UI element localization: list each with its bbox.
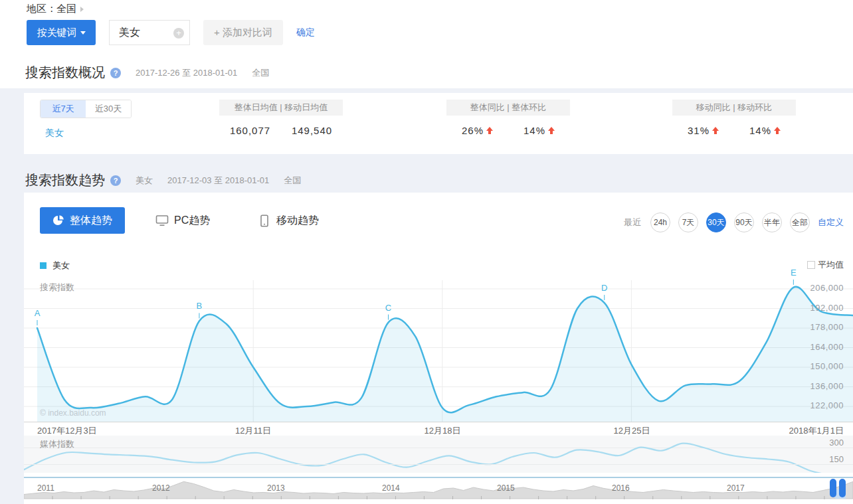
period-tabs: 近7天 近30天: [40, 100, 132, 118]
tab-mobile-trend[interactable]: 移动趋势: [258, 212, 319, 228]
overview-keyword[interactable]: 美女: [45, 127, 64, 139]
legend-swatch: [40, 262, 47, 269]
region-selector[interactable]: 地区：全国: [27, 3, 84, 15]
peak-label-c: C: [385, 303, 391, 313]
overview-region: 全国: [252, 67, 269, 79]
tab-mobile-trend-label: 移动趋势: [276, 214, 319, 228]
monitor-icon: [155, 214, 169, 226]
year-label: 2012: [152, 483, 170, 493]
overview-card: 近7天 近30天 美女 整体日均值 | 移动日均值 160,077 149,54…: [24, 93, 853, 154]
search-index-chart[interactable]: 搜索指数 206,000 192,000 178,000 164,000 150…: [24, 278, 853, 422]
legend-keyword: 美女: [52, 260, 70, 270]
average-label: 平均值: [818, 259, 844, 271]
region-label: 地区：全国: [27, 3, 76, 14]
y-tick: 164,000: [810, 342, 844, 352]
keyword-mode-label: 按关键词: [37, 27, 77, 38]
tab-overall-trend[interactable]: 整体趋势: [40, 207, 125, 234]
caret-down-icon: [80, 31, 86, 35]
line-chart: [24, 278, 853, 422]
legend-row: 美女 平均值: [40, 259, 844, 270]
add-compare-button[interactable]: + 添加对比词: [203, 20, 283, 45]
header: 地区：全国 按关键词 美女 + + 添加对比词 确定 搜索指数概况 ? 2017…: [0, 0, 853, 88]
y-tick: 150,000: [810, 361, 844, 371]
peak-label-e: E: [791, 268, 797, 278]
recent-label: 最近: [624, 216, 641, 228]
confirm-link[interactable]: 确定: [296, 27, 315, 39]
watermark: © index.baidu.com: [40, 408, 106, 418]
average-toggle[interactable]: 平均值: [807, 259, 844, 271]
chevron-right-icon: [80, 7, 84, 12]
range-all[interactable]: 全部: [790, 212, 810, 232]
up-arrow-icon: [774, 127, 781, 135]
media-axis-name: 媒体指数: [40, 438, 74, 450]
metric-value-yoy: 26%: [446, 125, 508, 136]
tab-pc-trend[interactable]: PC趋势: [155, 212, 210, 228]
metric-group-header: 整体同比 | 整体环比: [446, 100, 570, 116]
phone-icon: [258, 214, 271, 227]
peak-label-b: B: [197, 301, 203, 311]
range-30d[interactable]: 30天: [706, 212, 726, 232]
help-icon[interactable]: ?: [110, 175, 121, 186]
media-index-chart[interactable]: 媒体指数 300 150: [24, 436, 853, 473]
y-tick: 192,000: [810, 303, 844, 313]
range-24h[interactable]: 24h: [650, 212, 670, 232]
trend-date-range: 2017-12-03 至 2018-01-01: [167, 175, 269, 187]
range-90d[interactable]: 90天: [734, 212, 754, 232]
help-icon[interactable]: ?: [110, 68, 121, 78]
y-tick: 206,000: [810, 283, 844, 293]
overview-title-row: 搜索指数概况 ? 2017-12-26 至 2018-01-01 全国: [25, 64, 269, 82]
tab-pc-trend-label: PC趋势: [174, 214, 210, 228]
keyword-row: 按关键词 美女 + + 添加对比词 确定: [27, 20, 315, 45]
custom-range-link[interactable]: 自定义: [818, 216, 844, 228]
pie-chart-icon: [52, 214, 64, 226]
metric-group-mobile-change: 移动同比 | 移动环比 31% 14%: [672, 100, 796, 136]
y-axis-name: 搜索指数: [40, 282, 74, 294]
metric-value-mobile-yoy: 31%: [672, 125, 734, 136]
up-arrow-icon: [712, 127, 719, 135]
trend-region: 全国: [284, 175, 301, 187]
metric-group-header: 移动同比 | 移动环比: [672, 100, 796, 116]
metric-group-daily-average: 整体日均值 | 移动日均值 160,077 149,540: [219, 100, 343, 136]
year-label: 2016: [612, 483, 630, 493]
y-tick: 122,000: [810, 400, 844, 410]
trend-title-row: 搜索指数趋势 ? 美女 2017-12-03 至 2018-01-01 全国: [25, 171, 301, 189]
metric-group-overall-change: 整体同比 | 整体环比 26% 14%: [446, 100, 570, 136]
peak-label-a: A: [35, 308, 41, 318]
checkbox-icon[interactable]: [807, 261, 815, 269]
keyword-input[interactable]: 美女 +: [109, 20, 190, 45]
x-axis: 2017年12月3日 12月11日 12月18日 12月25日 2018年1月1…: [24, 422, 853, 435]
timeline-slider[interactable]: 2011 2012 2013 2014 2015 2016 2017: [24, 477, 853, 499]
media-line-chart: [24, 436, 853, 473]
year-label: 2015: [497, 483, 515, 493]
trend-title: 搜索指数趋势: [25, 171, 105, 189]
media-y-tick: 150: [829, 454, 844, 464]
slider-handle-left[interactable]: [830, 479, 836, 497]
up-arrow-icon: [486, 127, 493, 135]
metric-value-overall-daily: 160,077: [219, 125, 281, 136]
add-icon[interactable]: +: [173, 28, 184, 39]
year-label: 2011: [37, 483, 54, 493]
trend-card: 整体趋势 PC趋势 移动趋势 最近 24h 7天 30天 90天 半年 全部 自…: [24, 193, 853, 504]
range-selector: 最近 24h 7天 30天 90天 半年 全部 自定义: [624, 212, 844, 232]
year-label: 2013: [267, 483, 285, 493]
metric-value-mobile-mom: 14%: [734, 125, 796, 136]
range-7d[interactable]: 7天: [678, 212, 698, 232]
y-tick: 178,000: [810, 322, 844, 332]
trend-keyword: 美女: [136, 175, 153, 187]
keyword-value: 美女: [119, 26, 140, 40]
metric-value-mobile-daily: 149,540: [281, 125, 343, 136]
tab-last-30-days[interactable]: 近30天: [86, 100, 131, 118]
peak-label-d: D: [601, 283, 607, 293]
metric-group-header: 整体日均值 | 移动日均值: [219, 100, 343, 116]
tab-overall-trend-label: 整体趋势: [70, 214, 112, 228]
y-tick: 136,000: [810, 381, 844, 391]
tab-last-7-days[interactable]: 近7天: [41, 100, 86, 118]
overview-title: 搜索指数概况: [25, 64, 105, 82]
keyword-mode-button[interactable]: 按关键词: [27, 20, 96, 45]
year-label: 2017: [727, 483, 745, 493]
up-arrow-icon: [548, 127, 555, 135]
range-half-year[interactable]: 半年: [762, 212, 782, 232]
overview-date-range: 2017-12-26 至 2018-01-01: [136, 67, 237, 79]
media-y-tick: 300: [829, 438, 844, 448]
slider-handle-right[interactable]: [839, 479, 846, 497]
